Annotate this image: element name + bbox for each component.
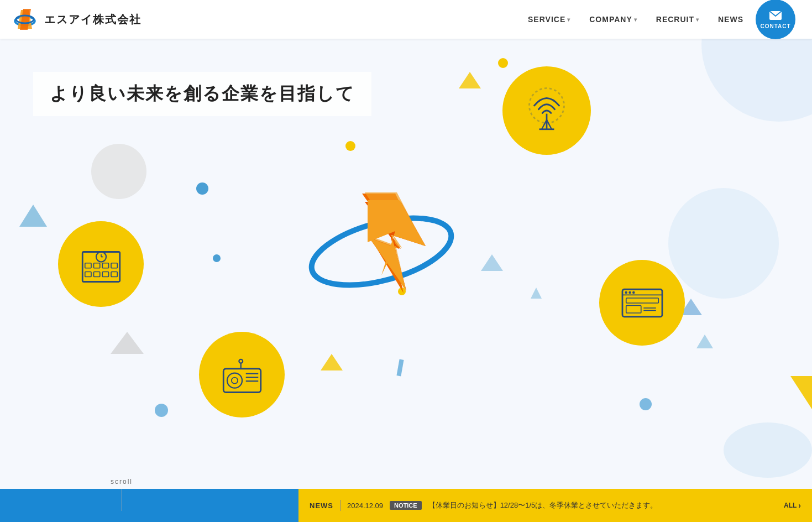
- scroll-line: [122, 489, 122, 511]
- svg-rect-24: [93, 263, 99, 268]
- header: エスアイ株式会社 SERVICE ▾ COMPANY ▾ RECRUIT ▾ N…: [0, 0, 812, 39]
- svg-marker-10: [321, 354, 343, 370]
- mail-icon: [769, 10, 782, 21]
- news-badge: NOTICE: [390, 501, 422, 510]
- svg-rect-25: [102, 263, 108, 268]
- svg-rect-26: [111, 263, 117, 268]
- logo-icon: [11, 6, 39, 33]
- svg-point-43: [632, 291, 635, 294]
- svg-point-35: [231, 377, 237, 383]
- svg-point-34: [227, 373, 242, 388]
- news-bar: NEWS 2024.12.09 NOTICE 【休業日のお知らせ】12/28〜1…: [298, 489, 812, 522]
- svg-rect-45: [626, 305, 641, 313]
- blue-bottom-bar: [0, 489, 298, 522]
- svg-rect-27: [85, 272, 91, 276]
- hero-section: より良い未来を創る企業を目指して: [0, 0, 812, 522]
- svg-marker-8: [481, 254, 503, 271]
- news-all-link[interactable]: ALL ›: [784, 501, 801, 510]
- svg-rect-29: [102, 272, 108, 276]
- hero-headline: より良い未来を創る企業を目指して: [33, 72, 371, 116]
- news-date: 2024.12.09: [347, 502, 383, 510]
- svg-marker-6: [111, 332, 144, 354]
- nav-news[interactable]: NEWS: [711, 11, 750, 28]
- icon-circle-monitor: [599, 260, 685, 346]
- svg-rect-23: [85, 263, 91, 268]
- logo-text: エスアイ株式会社: [44, 12, 142, 27]
- news-all-arrow-icon: ›: [798, 501, 801, 510]
- news-separator: [340, 500, 340, 511]
- svg-marker-13: [696, 335, 713, 348]
- logo-area[interactable]: エスアイ株式会社: [11, 6, 142, 33]
- svg-rect-28: [93, 272, 99, 276]
- main-nav: SERVICE ▾ COMPANY ▾ RECRUIT ▾ NEWS CONTA…: [521, 0, 801, 39]
- svg-point-31: [239, 359, 243, 363]
- svg-marker-9: [531, 288, 542, 299]
- service-arrow-icon: ▾: [567, 17, 570, 23]
- center-logo: [293, 171, 470, 315]
- antenna-icon: [522, 86, 572, 135]
- svg-marker-7: [459, 72, 481, 88]
- company-arrow-icon: ▾: [634, 17, 637, 23]
- svg-point-41: [625, 291, 627, 294]
- svg-marker-11: [790, 376, 812, 409]
- nav-recruit[interactable]: RECRUIT ▾: [649, 11, 706, 28]
- news-text: 【休業日のお知らせ】12/28〜1/5は、冬季休業とさせていただきます。: [428, 500, 777, 510]
- contact-button[interactable]: CONTACT: [756, 0, 795, 39]
- scroll-text: scroll: [111, 478, 133, 486]
- icon-circle-radio: [199, 332, 285, 417]
- svg-marker-5: [19, 205, 47, 227]
- svg-rect-44: [626, 298, 658, 303]
- icon-circle-antenna: [502, 66, 591, 155]
- svg-point-42: [628, 291, 631, 294]
- icon-circle-building: [58, 221, 144, 307]
- news-label: NEWS: [310, 502, 333, 510]
- scroll-indicator: scroll: [111, 478, 133, 511]
- svg-rect-30: [111, 272, 117, 276]
- monitor-icon: [617, 278, 667, 328]
- nav-company[interactable]: COMPANY ▾: [583, 11, 644, 28]
- nav-service[interactable]: SERVICE ▾: [521, 11, 577, 28]
- recruit-arrow-icon: ▾: [696, 17, 699, 23]
- radio-icon: [217, 350, 267, 400]
- building-icon: [76, 239, 126, 289]
